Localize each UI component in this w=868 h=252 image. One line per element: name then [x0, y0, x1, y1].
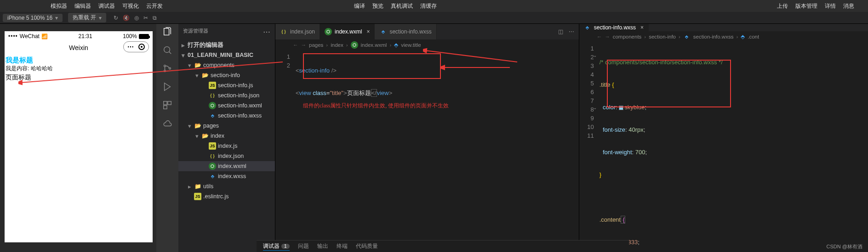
extensions-icon[interactable] [162, 100, 172, 110]
tree-file-idx-json[interactable]: index.json [178, 151, 275, 161]
tree-file-si-js[interactable]: section-info.js [178, 80, 275, 90]
preview-title: 我是标题 [5, 56, 153, 65]
split-editor-icon[interactable]: ◫ [558, 28, 563, 35]
tree-folder-pages[interactable]: pages [178, 121, 275, 131]
tree-file-eslint[interactable]: .eslintrc.js [178, 191, 275, 202]
svg-rect-4 [164, 101, 167, 105]
menu-visual[interactable]: 可视化 [122, 2, 139, 10]
battery-icon [139, 34, 149, 39]
editor-group-1: index.json index.wxml section-info.wxss … [275, 24, 579, 252]
menu-messages[interactable]: 消息 [843, 2, 854, 10]
capsule-button[interactable] [123, 41, 149, 52]
explorer-sidebar: 资源管理器 打开的编辑器 01_LEARN_MINI_BASIC compone… [178, 24, 275, 252]
mute-icon[interactable]: 🔇 [123, 15, 130, 21]
phone-screen: WeChat 21:31 100% Weixin 我是标题 我是内容: 哈哈哈哈… [5, 31, 153, 242]
editor2-code[interactable]: 1234567891011 ⌄ ⌄ /* components/section-… [579, 42, 868, 252]
file-tree: 打开的编辑器 01_LEARN_MINI_BASIC components se… [178, 40, 275, 202]
svg-rect-6 [164, 106, 167, 109]
close-icon[interactable] [365, 28, 370, 35]
tree-file-idx-wxml[interactable]: index.wxml [178, 161, 275, 171]
more-icon[interactable]: ⋯ [569, 28, 574, 35]
source-control-icon[interactable] [162, 63, 172, 73]
editor1-breadcrumb[interactable]: ← → pages index index.wxml ⬘view.title [275, 39, 579, 50]
tab-section-info-wxss[interactable]: section-info.wxss [375, 24, 436, 39]
carrier-label: WeChat [20, 33, 40, 39]
simulator-panel: WeChat 21:31 100% Weixin 我是标题 我是内容: 哈哈哈哈… [0, 24, 156, 252]
svg-point-0 [164, 47, 170, 53]
editor2-tabs: section-info.wxss [579, 24, 868, 31]
svg-point-2 [164, 70, 166, 72]
debug-badge: 1 [281, 244, 290, 249]
tree-project-root[interactable]: 01_LEARN_MINI_BASIC [178, 50, 275, 60]
bc-fwd-icon[interactable]: → [605, 34, 610, 39]
popout-icon[interactable]: ⧉ [153, 15, 157, 21]
activity-bar [156, 24, 178, 252]
tab-index-json[interactable]: index.json [275, 24, 320, 39]
bc-fwd-icon[interactable]: → [301, 42, 307, 48]
menu-editor[interactable]: 编辑器 [74, 2, 91, 10]
tab-section-info-wxss-2[interactable]: section-info.wxss [579, 24, 649, 31]
menu-details[interactable]: 详情 [825, 2, 836, 10]
debug-icon[interactable] [162, 82, 172, 92]
watermark: CSDN @林有酒 [827, 243, 862, 250]
editor1-tabs: index.json index.wxml section-info.wxss … [275, 24, 579, 39]
tree-open-editors[interactable]: 打开的编辑器 [178, 40, 275, 50]
tab-index-wxml[interactable]: index.wxml [320, 24, 375, 39]
top-menu-bar: 模拟器 编辑器 调试器 可视化 云开发 编译 预览 真机调试 清缓存 上传 版本… [0, 0, 868, 12]
tree-file-si-wxml[interactable]: section-info.wxml [178, 101, 275, 111]
fold-icon[interactable]: ⌄ [593, 53, 597, 58]
cloud-icon[interactable] [162, 118, 172, 129]
panel-tab-debugger[interactable]: 调试器1 [263, 242, 290, 251]
editor2-breadcrumb[interactable]: ← → components section-info section-info… [579, 31, 868, 42]
tree-file-si-wxss[interactable]: section-info.wxss [178, 111, 275, 121]
hot-reload-toggle[interactable]: 热重载 开▾ [68, 13, 106, 22]
bc-back-icon[interactable]: ← [597, 34, 602, 39]
menu-simulator[interactable]: 模拟器 [51, 2, 67, 10]
signal-icon [8, 33, 18, 39]
target-icon[interactable]: ◎ [134, 15, 139, 21]
capsule-close-icon [138, 44, 145, 50]
menu-debugger[interactable]: 调试器 [98, 2, 115, 10]
menu-preview[interactable]: 预览 [372, 2, 383, 10]
preview-pagetitle: 页面标题 [5, 73, 153, 83]
device-selector[interactable]: iPhone 5 100% 16▾ [3, 14, 63, 22]
device-label: iPhone 5 100% 16 [7, 15, 52, 21]
sidebar-more-icon[interactable] [263, 28, 270, 36]
svg-point-1 [164, 65, 166, 67]
cut-icon[interactable]: ✂ [143, 15, 148, 21]
menu-upload[interactable]: 上传 [777, 2, 788, 10]
bc-back-icon[interactable]: ← [293, 42, 298, 48]
search-icon[interactable] [162, 45, 172, 55]
tree-folder-utils[interactable]: utils [178, 181, 275, 191]
menu-remote-debug[interactable]: 真机调试 [391, 2, 413, 10]
menu-version[interactable]: 版本管理 [795, 2, 817, 10]
tree-folder-index[interactable]: index [178, 131, 275, 141]
tree-file-idx-js[interactable]: index.js [178, 141, 275, 151]
bottom-panel: 调试器1 问题 输出 终端 代码质量 [257, 240, 629, 252]
menu-compile[interactable]: 编译 [354, 2, 365, 10]
svg-rect-5 [168, 101, 171, 105]
refresh-icon[interactable]: ↻ [114, 15, 118, 21]
wifi-icon [41, 33, 48, 39]
panel-tab-terminal[interactable]: 终端 [337, 242, 348, 250]
close-icon[interactable] [639, 24, 644, 31]
panel-tab-output[interactable]: 输出 [317, 242, 328, 250]
sidebar-title: 资源管理器 [183, 28, 208, 36]
editor1-code[interactable]: 12 <section-info /> <view class="title">… [275, 50, 579, 252]
menu-cloud[interactable]: 云开发 [146, 2, 163, 10]
explorer-icon[interactable] [162, 27, 172, 37]
line-gutter: 12 [275, 50, 296, 252]
tree-file-si-json[interactable]: section-info.json [178, 90, 275, 101]
tree-file-idx-wxss[interactable]: index.wxss [178, 171, 275, 181]
preview-subtitle: 我是内容: 哈哈哈哈 [5, 65, 153, 73]
annotation-text: 组件的class属性只针对组件内生效, 使用组件的页面并不生效 [303, 102, 449, 110]
phone-statusbar: WeChat 21:31 100% [5, 31, 153, 41]
fold-icon[interactable]: ⌄ [593, 105, 597, 110]
tree-folder-section-info[interactable]: section-info [178, 70, 275, 80]
reload-label: 热重载 开 [73, 14, 96, 22]
simulator-toolbar: iPhone 5 100% 16▾ 热重载 开▾ ↻ 🔇 ◎ ✂ ⧉ [0, 12, 868, 24]
panel-tab-quality[interactable]: 代码质量 [356, 242, 378, 250]
panel-tab-problems[interactable]: 问题 [298, 242, 309, 250]
tree-folder-components[interactable]: components [178, 60, 275, 70]
menu-clear-cache[interactable]: 清缓存 [420, 2, 437, 10]
